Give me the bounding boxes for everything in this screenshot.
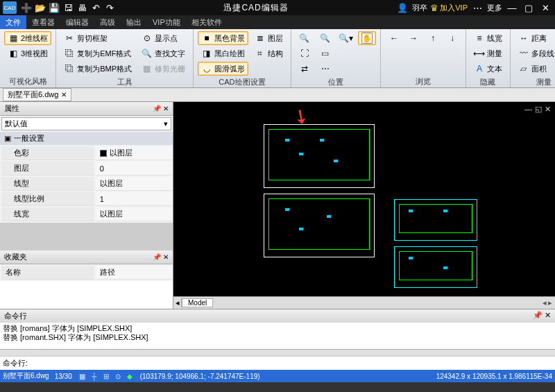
wire2d-button[interactable]: ▦2维线框 (4, 31, 51, 45)
rect-button[interactable]: ▭ (316, 46, 334, 60)
tab-file[interactable]: 文件 (0, 15, 26, 29)
property-table: 色彩以图层 图层0 线型以图层 线型比例1 线宽以图层 (0, 145, 173, 223)
scroll-left-icon[interactable]: ◂ (543, 298, 547, 307)
nav-right-button[interactable]: → (404, 31, 422, 45)
prop-row: 线宽以图层 (1, 207, 171, 221)
default-dropdown[interactable]: 默认值▾ (1, 117, 171, 130)
sb-icon[interactable]: ⊞ (101, 373, 111, 380)
sb-icon[interactable]: ◆ (125, 373, 135, 380)
sb-icon[interactable]: ┼ (89, 373, 99, 380)
ribbon-browse: ← → ↑ ↓ 浏览 (381, 29, 466, 87)
close-icon[interactable]: ✕ (539, 1, 552, 14)
pin-icon[interactable]: 📌 ✕ (153, 105, 169, 112)
tab-related[interactable]: 相关软件 (186, 15, 228, 29)
undo-icon[interactable]: ↶ (89, 1, 102, 14)
fit-icon: ⛶ (299, 48, 310, 59)
zoomout-button[interactable]: 🔍 (316, 31, 334, 45)
nav-left-button[interactable]: ← (385, 31, 403, 45)
tab-prev-icon[interactable]: ◂ (173, 298, 182, 307)
showpoint-button[interactable]: ⊙显示点 (138, 31, 189, 45)
tab-viewer[interactable]: 查看器 (26, 15, 60, 29)
maximize-icon[interactable]: ▢ (522, 1, 535, 14)
command-input[interactable]: 命令行: (0, 356, 555, 370)
tab-editor[interactable]: 编辑器 (60, 15, 94, 29)
measure-button[interactable]: ⟷测量 (470, 46, 506, 60)
copy2-icon: ⿻ (64, 63, 75, 74)
status-coord: (103179.9; 104966.1; -7.241747E-119) (140, 373, 260, 380)
new-icon[interactable]: ➕ (20, 1, 33, 14)
status-page: 13/30 (55, 373, 72, 380)
status-bar: 别墅平面6.dwg 13/30 ▦┼⊞⊙◆ (103179.9; 104966.… (0, 370, 555, 382)
pin-icon[interactable]: 📌 ✕ (533, 311, 551, 321)
copybmp-button[interactable]: ⿻复制为BMP格式 (60, 62, 135, 76)
more-pos-button[interactable]: ⋯ (316, 62, 334, 76)
open-icon[interactable]: 📂 (34, 1, 46, 14)
distance-button[interactable]: ↔距离 (515, 31, 555, 45)
sb-icon[interactable]: ▦ (78, 373, 87, 380)
pin-icon[interactable]: 📌 ✕ (153, 253, 169, 261)
copy-icon: ⿻ (64, 48, 75, 59)
scroll-right-icon[interactable]: ▸ (548, 298, 552, 307)
text-button[interactable]: A文本 (470, 62, 506, 76)
polylen-button[interactable]: 〰多段线长度 (515, 46, 555, 60)
saveall-icon[interactable]: 🖫 (62, 1, 74, 14)
vp-min-icon[interactable]: — (524, 105, 532, 114)
more-label[interactable]: 更多 (487, 3, 502, 13)
blackbg-button[interactable]: ■黑色背景 (198, 31, 248, 45)
ribbon-visual: ▦2维线框 ◧3维视图 可视化风格 (0, 29, 56, 87)
sb-icon[interactable]: ⊙ (113, 373, 123, 380)
tab-output[interactable]: 输出 (121, 15, 147, 29)
vip-button[interactable]: ♛加入VIP (430, 3, 468, 13)
nav-up-button[interactable]: ↑ (424, 31, 442, 45)
user-icon[interactable]: 👤 (396, 1, 409, 14)
arc-icon: ◡ (201, 63, 212, 74)
point-icon: ⊙ (142, 33, 153, 44)
layer-icon: ≣ (255, 33, 266, 44)
tab-advanced[interactable]: 高级 (94, 15, 121, 29)
fixraster-button[interactable]: ▦修剪光栅 (138, 62, 189, 76)
redo-icon[interactable]: ↷ (103, 1, 116, 14)
cutframe-button[interactable]: ✂剪切框架 (60, 31, 135, 45)
tab-vip[interactable]: VIP功能 (147, 15, 186, 29)
dist-icon: ↔ (518, 33, 529, 44)
swap-button[interactable]: ⇄ (296, 62, 314, 76)
general-section[interactable]: ▣一般设置 (0, 132, 173, 145)
bwline-icon: ◨ (201, 48, 212, 59)
area-button[interactable]: ▱面积 (515, 62, 555, 76)
fit-button[interactable]: ⛶ (296, 46, 314, 60)
crown-icon: ♛ (430, 3, 438, 13)
app-logo: CAD (3, 1, 17, 14)
favorites-header: 收藏夹📌 ✕ (0, 250, 173, 264)
findtext-button[interactable]: 🔍查找文字 (138, 46, 189, 60)
more-icon[interactable]: ⋯ (471, 1, 484, 14)
document-tab[interactable]: 别墅平面6.dwg ✕ (3, 88, 71, 101)
copyemf-button[interactable]: ⿻复制为EMF格式 (60, 46, 135, 60)
command-section: 命令行📌 ✕ 替换 [romans] 字体为 [SIMPLEX.SHX] 替换 … (0, 309, 555, 370)
layer-button[interactable]: ≣图层 (251, 31, 287, 45)
linewidth-button[interactable]: ≡线宽 (470, 31, 506, 45)
print-icon[interactable]: 🖶 (76, 1, 88, 14)
smootharc-button[interactable]: ◡圆滑弧形 (198, 62, 248, 76)
command-header: 命令行📌 ✕ (0, 309, 555, 323)
ribbon-position: 🔍 ⛶ ⇄ 🔍 ▭ ⋯ 🔍▾ ✋ 位置 (291, 29, 381, 87)
properties-header: 属性📌 ✕ (0, 102, 173, 116)
struct-button[interactable]: ⌗结构 (251, 46, 287, 60)
minimize-icon[interactable]: — (506, 1, 518, 14)
user-name: 羽卒 (412, 3, 427, 13)
poly-icon: 〰 (518, 48, 529, 59)
rect-icon: ▭ (320, 48, 331, 59)
viewport[interactable]: —◱✕ ➘ (173, 102, 555, 296)
zoomin-button[interactable]: 🔍 (296, 31, 314, 45)
prop-row: 色彩以图层 (1, 146, 171, 160)
model-tab[interactable]: Model (182, 298, 213, 307)
vp-max-icon[interactable]: ◱ (535, 105, 542, 114)
pan-button[interactable]: ✋ (358, 31, 376, 45)
nav-down-button[interactable]: ↓ (443, 31, 461, 45)
wire3d-button[interactable]: ◧3维视图 (4, 46, 51, 60)
vp-close-icon[interactable]: ✕ (545, 105, 551, 114)
zoom-menu-button[interactable]: 🔍▾ (337, 31, 355, 45)
tab-close-icon[interactable]: ✕ (61, 91, 67, 99)
linewidth-icon: ≡ (474, 33, 485, 44)
bwline-button[interactable]: ◨黑白绘图 (198, 46, 248, 60)
save-icon[interactable]: 💾 (48, 1, 60, 14)
